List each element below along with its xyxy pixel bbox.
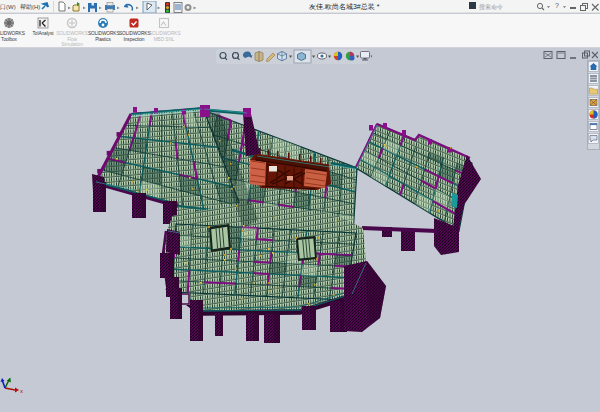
svg-text:x: x: [20, 388, 23, 394]
